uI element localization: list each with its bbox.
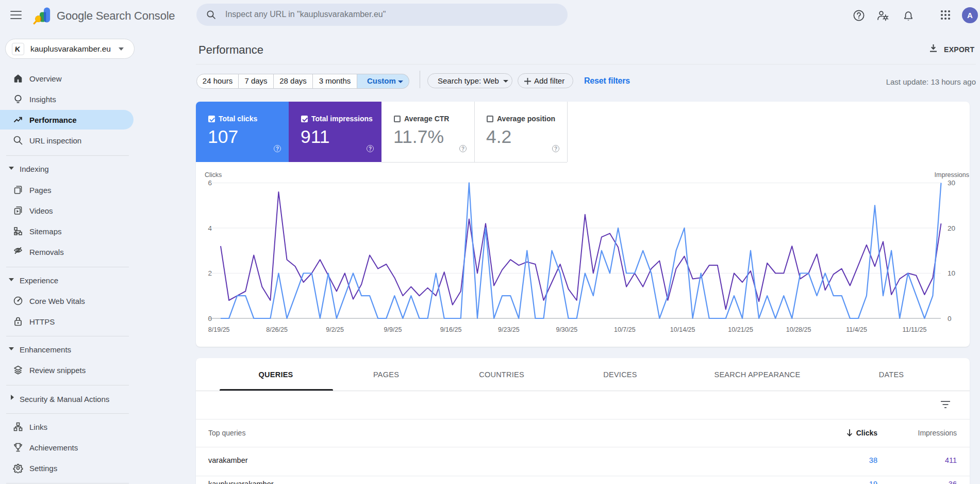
- svg-text:10/7/25: 10/7/25: [614, 326, 636, 333]
- svg-text:8/19/25: 8/19/25: [208, 326, 230, 333]
- svg-text:8/26/25: 8/26/25: [266, 326, 288, 333]
- svg-text:10/28/25: 10/28/25: [786, 326, 811, 333]
- svg-text:20: 20: [948, 224, 955, 232]
- svg-text:9/2/25: 9/2/25: [326, 326, 344, 333]
- svg-text:11/11/25: 11/11/25: [903, 326, 927, 333]
- svg-text:9/16/25: 9/16/25: [440, 326, 462, 333]
- svg-text:10: 10: [948, 269, 955, 277]
- svg-text:9/9/25: 9/9/25: [384, 326, 402, 333]
- svg-text:11/4/25: 11/4/25: [846, 326, 867, 333]
- svg-text:0: 0: [948, 315, 952, 322]
- svg-text:Impressions: Impressions: [935, 171, 969, 179]
- svg-text:30: 30: [948, 179, 955, 187]
- svg-text:9/23/25: 9/23/25: [498, 326, 520, 333]
- svg-text:10/14/25: 10/14/25: [670, 326, 695, 333]
- svg-text:9/30/25: 9/30/25: [556, 326, 577, 333]
- svg-text:Clicks: Clicks: [205, 171, 222, 179]
- svg-text:10/21/25: 10/21/25: [728, 326, 753, 333]
